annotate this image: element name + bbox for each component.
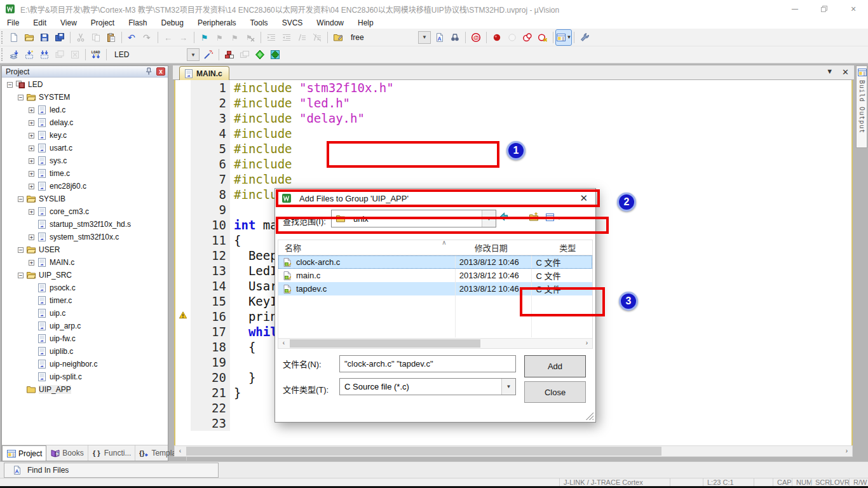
menu-debug[interactable]: Debug	[154, 18, 191, 29]
dropdown-arrow-icon[interactable]: ▼	[418, 31, 431, 44]
uncomment-button[interactable]	[309, 30, 325, 45]
folder-pen-button[interactable]	[330, 30, 346, 45]
resize-grip[interactable]	[586, 412, 593, 420]
menu-project[interactable]: Project	[84, 18, 121, 29]
tree-item-uip_arp.c[interactable]: uip_arp.c	[2, 320, 168, 332]
scroll-left-icon[interactable]: ‹	[278, 339, 289, 348]
tree-collapse-icon[interactable]: −	[7, 82, 13, 88]
tree-expand-icon[interactable]: +	[29, 171, 34, 177]
close-button[interactable]: ×	[839, 0, 868, 18]
copy-button[interactable]	[88, 30, 104, 45]
tree-item-timer.c[interactable]: timer.c	[2, 294, 168, 307]
indent-button[interactable]	[264, 30, 279, 45]
bp-white-button[interactable]	[505, 30, 520, 45]
flag-next-button[interactable]: ⚑	[227, 30, 243, 45]
diamond-green-button[interactable]	[252, 47, 268, 62]
redo-button[interactable]: ↷	[140, 30, 155, 45]
comment-button[interactable]	[294, 30, 309, 45]
stop-button[interactable]	[67, 47, 83, 62]
tree-expand-icon[interactable]: +	[29, 146, 34, 151]
translate-button[interactable]	[6, 47, 22, 62]
bp-kill-button[interactable]	[535, 30, 550, 45]
document-close-icon[interactable]: ✕	[842, 67, 849, 77]
tree-collapse-icon[interactable]: −	[18, 95, 24, 100]
filename-input[interactable]: "clock-arch.c" "tapdev.c"	[339, 355, 516, 372]
tree-item-startup_stm32f10x_hd.s[interactable]: startup_stm32f10x_hd.s	[2, 218, 168, 231]
flag-button[interactable]: ⚑	[197, 30, 212, 45]
menu-view[interactable]: View	[53, 18, 84, 29]
menu-tools[interactable]: Tools	[243, 18, 275, 29]
blocks-button[interactable]	[222, 47, 237, 62]
toolbar-drag-handle[interactable]	[1, 48, 5, 61]
tree-item-uip-fw.c[interactable]: uip-fw.c	[2, 332, 168, 345]
find-in-files-tab[interactable]: A Find In Files	[4, 463, 219, 478]
batch-button[interactable]	[52, 47, 67, 62]
binoculars-button[interactable]	[447, 30, 463, 45]
scrollbar-thumb[interactable]	[290, 339, 480, 348]
cut-button[interactable]	[73, 30, 88, 45]
add-button[interactable]: Add	[524, 355, 586, 377]
menu-edit[interactable]: Edit	[26, 18, 53, 29]
diamond-box-button[interactable]	[268, 47, 283, 62]
tree-item-usart.c[interactable]: +usart.c	[2, 142, 168, 154]
windows-view-button[interactable]: ▼	[556, 30, 571, 45]
minimize-button[interactable]: ─	[780, 0, 810, 18]
menu-svcs[interactable]: SVCS	[275, 18, 310, 29]
wrench-button[interactable]	[577, 30, 592, 45]
tree-item-led.c[interactable]: +led.c	[2, 104, 168, 116]
new-file-button[interactable]	[6, 30, 22, 45]
column-type[interactable]: 类型	[530, 241, 592, 254]
at-search-button[interactable]: @	[468, 30, 484, 45]
scroll-right-icon[interactable]: ›	[841, 446, 852, 456]
flag-prev-button[interactable]: ⚑	[212, 30, 227, 45]
find-in-files-button[interactable]: A	[432, 30, 447, 45]
paste-button[interactable]	[104, 30, 119, 45]
arrow-left-button[interactable]: ←	[161, 30, 176, 45]
tree-collapse-icon[interactable]: −	[18, 273, 24, 278]
build-button[interactable]	[22, 47, 37, 62]
tree-expand-icon[interactable]: +	[29, 107, 34, 113]
tree-item-SYSTEM[interactable]: −SYSTEM	[2, 91, 168, 104]
arrow-right-button[interactable]: →	[176, 30, 191, 45]
tree-collapse-icon[interactable]: −	[18, 247, 24, 253]
editor-horizontal-scrollbar[interactable]: ‹ ›	[174, 445, 853, 457]
scrollbar-thumb[interactable]	[186, 447, 661, 456]
menu-window[interactable]: Window	[309, 18, 351, 29]
file-list-scrollbar[interactable]: ‹ ›	[278, 338, 592, 348]
tree-item-enc28j60.c[interactable]: +enc28j60.c	[2, 180, 168, 193]
tree-item-uiplib.c[interactable]: uiplib.c	[2, 345, 168, 358]
search-combobox[interactable]: free▼	[347, 30, 431, 44]
menu-file[interactable]: File	[0, 18, 26, 29]
scroll-right-icon[interactable]: ›	[581, 339, 592, 348]
menu-help[interactable]: Help	[351, 18, 381, 29]
panel-close-icon[interactable]: x	[156, 67, 165, 76]
dropdown-arrow-icon[interactable]: ▼	[501, 379, 515, 395]
tree-collapse-icon[interactable]: −	[18, 196, 24, 202]
tree-item-LED[interactable]: −LED	[2, 78, 168, 91]
menu-peripherals[interactable]: Peripherals	[191, 18, 243, 29]
rebuild-button[interactable]	[37, 47, 52, 62]
tree-expand-icon[interactable]: +	[29, 120, 34, 126]
tree-item-psock.c[interactable]: psock.c	[2, 281, 168, 294]
tree-item-USER[interactable]: −USER	[2, 243, 168, 256]
filetype-combobox[interactable]: C Source file (*.c) ▼	[339, 378, 516, 395]
scroll-left-icon[interactable]: ‹	[175, 446, 186, 456]
panel-tab-books[interactable]: ?Books	[46, 445, 88, 461]
tree-expand-icon[interactable]: +	[29, 158, 34, 164]
undo-button[interactable]: ↶	[125, 30, 140, 45]
tree-expand-icon[interactable]: +	[29, 184, 34, 189]
tree-item-delay.c[interactable]: +delay.c	[2, 116, 168, 129]
panel-tab-functi[interactable]: { }Functi...	[88, 445, 136, 461]
tree-item-uip.c[interactable]: uip.c	[2, 307, 168, 320]
tree-expand-icon[interactable]: +	[29, 260, 34, 266]
panel-tab-project[interactable]: Project	[2, 445, 46, 461]
save-all-button[interactable]	[52, 30, 67, 45]
wand-button[interactable]	[201, 47, 216, 62]
tree-item-UIP_APP[interactable]: UIP_APP	[2, 383, 168, 396]
open-folder-button[interactable]	[22, 30, 37, 45]
column-date[interactable]: 修改日期	[454, 241, 531, 254]
target-select-combobox[interactable]: LED▼	[111, 48, 200, 62]
toolbar-drag-handle[interactable]	[1, 31, 5, 44]
bp-red-button[interactable]	[489, 30, 505, 45]
file-row-main.c[interactable]: main.c2013/8/12 10:46C 文件	[278, 269, 592, 282]
